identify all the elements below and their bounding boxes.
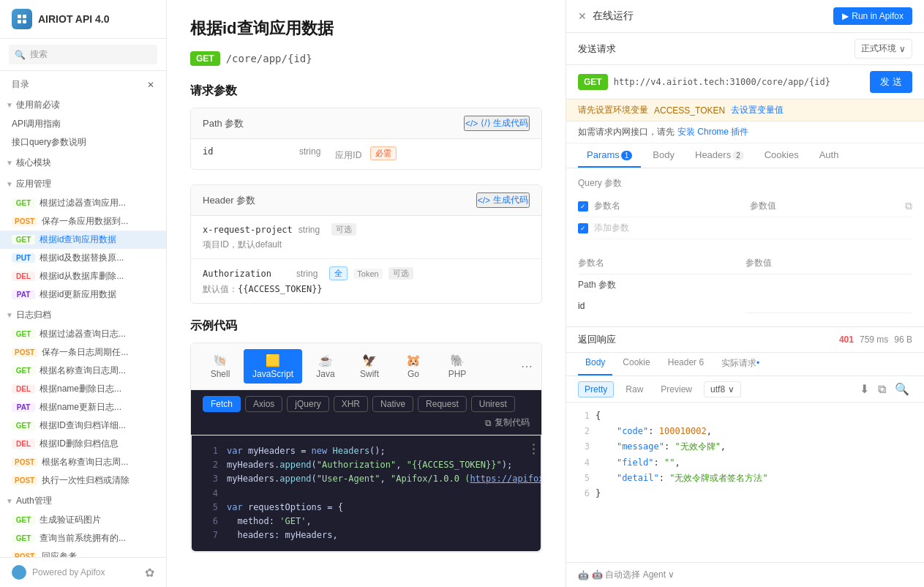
checkbox-add[interactable]: ✓ [578,223,588,233]
sidebar-item-log-exec[interactable]: POST 执行一次性归档或清除 [0,471,166,490]
section-log-archive-header[interactable]: ▼ 日志归档 [0,305,166,325]
fetch-btn-fetch[interactable]: Fetch [203,396,241,412]
sidebar-item-log-name-query[interactable]: POST 根据名称查询日志周... [0,453,166,471]
encoding-selector[interactable]: utf8 ∨ [704,381,741,397]
response-title: 返回响应 [578,333,616,346]
code-tab-swift[interactable]: 🦅 Swift [349,349,390,384]
play-icon: ▶ [842,11,849,21]
res-tab-header[interactable]: Header 6 [661,353,711,375]
format-btn-raw[interactable]: Raw [620,382,649,397]
directory-header[interactable]: 目录 ✕ [0,74,166,95]
fetch-btn-axios[interactable]: Axios [245,396,282,412]
section-auth-mgmt-header[interactable]: ▼ Auth管理 [0,491,166,511]
sidebar-nav: 目录 ✕ ▼ 使用前必读 API调用指南 接口query参数说明 ▼ 核心模块 [0,71,166,557]
format-btn-pretty[interactable]: Pretty [578,381,614,397]
chevron-down-icon-encoding: ∨ [728,384,735,395]
param-type-x-request: string [298,225,320,235]
add-param-label[interactable]: 添加参数 [594,222,912,234]
run-in-apifox-btn[interactable]: ▶ Run in Apifox [833,7,912,25]
method-badge-get: GET [12,235,35,244]
res-tab-actual-request[interactable]: 实际请求• [714,353,767,375]
sidebar-item-log-name-pat[interactable]: PAT 根据name更新日志... [0,398,166,416]
warning-bar-chrome: 如需请求内网接口，请先 安装 Chrome 插件 [566,121,924,143]
method-badge: POST [12,457,37,467]
example-code-title: 示例代码 [190,318,542,334]
tab-headers[interactable]: Headers2 [686,143,753,168]
tab-body[interactable]: Body [644,143,683,168]
format-btn-preview[interactable]: Preview [655,382,698,397]
fetch-btn-unirest[interactable]: Unirest [471,396,515,412]
code-tab-php[interactable]: 🐘 PHP [437,349,478,384]
auto-agent-label[interactable]: 🤖 自动选择 Agent ∨ [592,569,675,581]
param-default-value-auth: {{ACCESS_TOKEN}} [238,284,323,294]
code-tab-go[interactable]: 🐹 Go [393,349,434,384]
checkbox-all[interactable]: ✓ [578,201,588,212]
sidebar-item-get-filter[interactable]: GET 根据过滤器查询应用... [0,194,166,212]
robot-icon: 🤖 [578,570,589,580]
sidebar-item-log-filter[interactable]: GET 根据过滤器查询日志... [0,325,166,343]
main-content: 根据id查询应用数据 GET /core/app/{id} 请求参数 Path … [167,0,566,587]
fetch-btn-native[interactable]: Native [372,396,413,412]
copy-icon-query: ⧉ [905,200,912,212]
method-badge: DEL [12,384,35,394]
php-icon: 🐘 [450,354,465,367]
res-tab-cookie[interactable]: Cookie [615,353,657,375]
sidebar-item-pat-update[interactable]: PAT 根据id更新应用数据 [0,285,166,304]
tab-cookies[interactable]: Cookies [756,143,808,168]
copy-response-btn[interactable]: ⧉ [875,381,889,397]
sidebar-item-response-ref[interactable]: POST 回应参考 [0,547,166,557]
code-tab-shell[interactable]: 🐚 Shell [200,349,241,384]
path-section-header: 参数名 参数值 [578,257,912,274]
copy-code-btn[interactable]: ⧉ 复制代码 [485,416,530,429]
header-params-header: Header 参数 </> 生成代码 [191,185,541,216]
generate-code-btn-header[interactable]: </> 生成代码 [476,192,530,208]
tab-params[interactable]: Params1 [578,143,641,168]
download-icon-btn[interactable]: ⬇ [857,381,872,397]
sidebar-item-api-guide[interactable]: API调用指南 [0,115,166,133]
sidebar-item-put-replace[interactable]: PUT 根据id及数据替换原... [0,249,166,267]
send-button[interactable]: 发 送 [870,71,912,93]
section-core-header[interactable]: ▼ 核心模块 [0,153,166,173]
code-line-5: 5 var requestOptions = { [203,501,529,515]
code-tab-javascript[interactable]: 🟨 JavaScript [244,349,302,384]
sidebar-item-log-post[interactable]: POST 保存一条日志周期任... [0,343,166,362]
section-log-archive-label: 日志归档 [16,309,51,321]
search-response-btn[interactable]: 🔍 [892,381,912,397]
method-badge-put: PUT [12,253,35,263]
tab-auth[interactable]: Auth [811,143,848,168]
section-prereq-header[interactable]: ▼ 使用前必读 [0,95,166,115]
sidebar-item-captcha[interactable]: GET 生成验证码图片 [0,511,166,529]
fetch-btn-jquery[interactable]: jQuery [287,396,328,412]
env-selector[interactable]: 正式环境 ∨ [854,39,912,59]
search-box[interactable]: 🔍 搜索 [9,45,157,64]
param-optional-x-request: 可选 [331,223,356,236]
sidebar-item-del-db[interactable]: DEL 根据id从数据库删除... [0,267,166,285]
sidebar-item-query-roles[interactable]: GET 查询当前系统拥有的... [0,529,166,547]
more-code-tabs-btn[interactable]: ⋯ [521,359,533,373]
sidebar-item-get-by-id[interactable]: GET 根据id查询应用数据 [0,231,166,249]
section-app-mgmt-header[interactable]: ▼ 应用管理 [0,174,166,194]
sidebar-item-log-name-del[interactable]: DEL 根据name删除日志... [0,380,166,398]
fetch-btn-xhr[interactable]: XHR [334,396,368,412]
search-container[interactable]: 🔍 搜索 [0,39,166,71]
fetch-btn-request[interactable]: Request [418,396,467,412]
close-panel-btn[interactable]: ✕ [578,10,587,22]
set-var-link[interactable]: 去设置变量值 [731,104,784,116]
query-add-row: ✓ 添加参数 [578,217,912,239]
sidebar-item-log-id-get[interactable]: GET 根据ID查询归档详细... [0,416,166,435]
method-badge: POST [12,552,37,557]
path-value-id[interactable] [745,299,913,313]
install-chrome-link[interactable]: 安装 Chrome 插件 [677,126,748,138]
code-icon: </> [478,195,490,206]
code-tab-java[interactable]: ☕ Java [305,349,346,384]
method-badge: GET [12,515,35,525]
param-row-id: id string 应用ID 必需 [191,139,541,169]
sidebar-item-log-name-get[interactable]: GET 根据名称查询日志周... [0,362,166,380]
sidebar-item-log-id-del[interactable]: DEL 根据ID删除归档信息 [0,435,166,453]
right-panel: ✕ 在线运行 ▶ Run in Apifox 发送请求 正式环境 ∨ GET h… [566,0,924,587]
collapse-icon[interactable]: ✕ [147,80,154,90]
sidebar-item-query-params[interactable]: 接口query参数说明 [0,133,166,152]
res-tab-body[interactable]: Body [578,353,612,375]
generate-code-btn-path[interactable]: </> ⟨/⟩ 生成代码 [464,116,530,131]
sidebar-item-post-save[interactable]: POST 保存一条应用数据到... [0,212,166,231]
